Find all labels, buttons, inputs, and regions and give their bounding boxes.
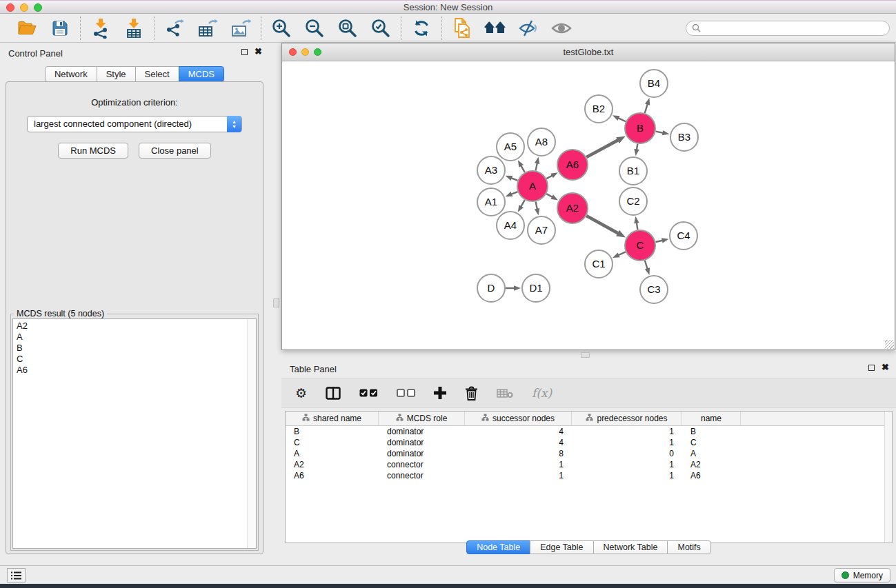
graph-node-A7[interactable]: A7 (528, 216, 555, 244)
export-table-icon[interactable] (195, 17, 220, 40)
graph-node-A1[interactable]: A1 (477, 188, 505, 216)
edge-C-C4[interactable] (655, 241, 662, 242)
edge-B-B1[interactable] (637, 144, 637, 150)
edge-C-C3[interactable] (645, 261, 648, 269)
close-table-panel-icon[interactable]: ✖ (882, 364, 889, 371)
table-settings-gear-icon[interactable]: ⚙ (295, 387, 307, 400)
table-tab-motifs[interactable]: Motifs (667, 540, 710, 554)
column-view-icon[interactable] (326, 387, 341, 400)
result-item[interactable]: A2 (17, 321, 256, 332)
deselect-all-checks-icon[interactable] (397, 389, 415, 397)
table-cell[interactable]: A (682, 448, 741, 459)
table-tab-network-table[interactable]: Network Table (593, 540, 668, 554)
edge-B-B2[interactable] (618, 118, 626, 121)
memory-button[interactable]: Memory (834, 568, 890, 582)
tab-style[interactable]: Style (97, 66, 136, 82)
table-cell[interactable]: A2 (286, 459, 379, 470)
result-item[interactable]: C (17, 354, 256, 365)
table-cell[interactable]: dominator (379, 437, 465, 448)
delete-column-trash-icon[interactable] (465, 386, 478, 401)
graph-node-D1[interactable]: D1 (522, 274, 550, 302)
graph-node-D[interactable]: D (477, 274, 505, 302)
column-header-MCDS-role[interactable]: MCDS role (379, 412, 465, 425)
result-item[interactable]: B (17, 343, 256, 354)
graph-node-C4[interactable]: C4 (670, 222, 697, 250)
select-all-checks-icon[interactable] (359, 389, 378, 397)
table-cell[interactable]: A6 (682, 470, 741, 481)
export-image-icon[interactable] (228, 17, 253, 40)
table-scrollbar[interactable] (884, 412, 892, 543)
graph-node-A4[interactable]: A4 (497, 212, 524, 239)
table-cell[interactable]: 4 (465, 426, 572, 437)
table-cell[interactable]: connector (379, 459, 465, 470)
table-cell[interactable]: 1 (572, 459, 682, 470)
graph-node-B1[interactable]: B1 (619, 157, 647, 185)
table-cell[interactable]: connector (379, 470, 465, 481)
network-window-titlebar[interactable]: testGlobe.txt (282, 43, 895, 61)
float-panel-icon[interactable] (241, 49, 248, 55)
import-table-icon[interactable] (121, 17, 146, 40)
horizontal-splitter-handle[interactable] (581, 352, 590, 358)
select-stepper-icon[interactable]: ▲▼ (227, 116, 241, 132)
graph-node-C[interactable]: C (625, 230, 655, 261)
task-history-button[interactable] (7, 568, 26, 582)
edge-B-B4[interactable] (645, 104, 648, 113)
network-minimize-icon[interactable] (301, 48, 309, 56)
edge-A-A8[interactable] (536, 163, 537, 170)
graph-node-A[interactable]: A (517, 171, 548, 201)
edge-A-A1[interactable] (511, 192, 518, 194)
result-item[interactable]: A6 (17, 365, 256, 376)
tab-mcds[interactable]: MCDS (179, 66, 224, 82)
window-resize-grip[interactable] (885, 340, 894, 349)
column-header-shared-name[interactable]: shared name (286, 412, 379, 425)
graph-node-A5[interactable]: A5 (497, 133, 524, 161)
edge-A-A3[interactable] (511, 178, 518, 181)
column-header-successor-nodes[interactable]: successor nodes (465, 412, 572, 425)
edge-B-B3[interactable] (656, 132, 664, 133)
table-cell[interactable]: dominator (379, 426, 465, 437)
zoom-out-icon[interactable] (302, 17, 327, 40)
graph-node-A6[interactable]: A6 (557, 150, 588, 180)
edge-A-A6[interactable] (546, 176, 552, 179)
mcds-result-list[interactable]: A2ABCA6 (12, 318, 257, 549)
result-item[interactable]: A (17, 332, 256, 343)
edge-A-A7[interactable] (536, 202, 537, 210)
network-maximize-icon[interactable] (314, 48, 321, 56)
edge-C-C2[interactable] (637, 223, 638, 230)
graph-node-B3[interactable]: B3 (670, 123, 698, 151)
close-window-icon[interactable] (6, 3, 14, 12)
node-table[interactable]: shared nameMCDS rolesuccessor nodesprede… (285, 411, 893, 543)
graph-node-A3[interactable]: A3 (477, 156, 505, 184)
delete-table-icon[interactable] (497, 388, 513, 398)
zoom-in-icon[interactable] (269, 17, 294, 40)
edge-A2-C[interactable] (586, 216, 618, 234)
graph-node-C1[interactable]: C1 (585, 250, 613, 278)
edge-A-A4[interactable] (521, 200, 525, 207)
close-panel-icon[interactable]: ✖ (255, 48, 262, 55)
graph-node-C2[interactable]: C2 (619, 187, 647, 215)
table-cell[interactable]: 1 (465, 459, 572, 470)
graph-node-B2[interactable]: B2 (585, 95, 613, 123)
duplicate-network-icon[interactable] (450, 17, 475, 40)
function-builder-icon[interactable]: f(x) (532, 386, 552, 400)
graph-node-A2[interactable]: A2 (557, 193, 588, 223)
tab-select[interactable]: Select (135, 66, 179, 82)
hide-graphics-details-icon[interactable] (516, 17, 541, 40)
graph-node-C3[interactable]: C3 (640, 276, 668, 303)
column-header-name[interactable]: name (682, 412, 741, 425)
result-list-scrollbar[interactable] (247, 319, 256, 548)
table-cell[interactable]: A (286, 448, 379, 459)
table-cell[interactable]: dominator (379, 448, 465, 459)
table-cell[interactable]: 1 (572, 426, 682, 437)
edge-C-C1[interactable] (618, 252, 626, 255)
graph-node-B4[interactable]: B4 (640, 70, 668, 97)
criterion-select[interactable]: largest connected component (directed) ▲… (27, 116, 242, 132)
table-cell[interactable]: A6 (286, 470, 379, 481)
network-canvas[interactable]: B4B2BB3A8A5A6A3B1AC2A1A2A4A7C4CC1DD1C3 (282, 61, 895, 349)
table-cell[interactable]: 4 (465, 437, 572, 448)
column-header-predecessor-nodes[interactable]: predecessor nodes (572, 412, 682, 425)
tab-network[interactable]: Network (45, 66, 97, 82)
table-row[interactable]: Cdominator41C (286, 437, 892, 448)
search-field[interactable] (686, 21, 890, 36)
open-session-icon[interactable] (14, 17, 39, 40)
